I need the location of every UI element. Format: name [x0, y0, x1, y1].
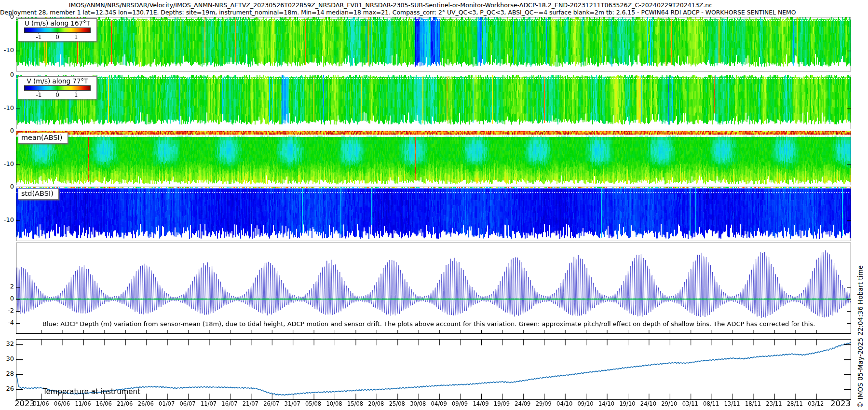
panel-std-absi: std(ABSI) — [16, 187, 851, 241]
title-line-2: Deployment 28, member 1 lat=12.34S lon=1… — [0, 9, 772, 16]
ytick-temperature: 28 — [0, 370, 14, 377]
xtick-date-label: 14/10 — [596, 400, 617, 407]
ytick-std_absi: -10 — [0, 216, 14, 223]
year-label-right: 2023 — [830, 399, 851, 408]
ytick-temperature: 30 — [0, 355, 14, 362]
xtick-date-label: 01/07 — [156, 400, 177, 407]
xtick-date-label: 19/09 — [491, 400, 512, 407]
xtick-date-label: 04/09 — [428, 400, 449, 407]
panel-mean-absi: mean(ABSI) — [16, 131, 851, 185]
xtick-date-label: 05/08 — [303, 400, 324, 407]
watermark: © IMOS 05-May-2025 22:04:36 Hobart time — [856, 265, 864, 408]
xtick-date-label: 11/06 — [72, 400, 94, 407]
year-label-left: 2023 — [14, 399, 35, 408]
v-velocity-heatmap-canvas — [16, 75, 851, 129]
xtick-date-label: 21/07 — [240, 400, 261, 407]
figure-root: IMOS/ANMN/NRS/NRSDAR/Velocity/IMOS_ANMN-… — [0, 0, 868, 410]
temperature-label: Temperature at instrument — [43, 387, 140, 396]
panel-temperature: Temperature at instrument — [16, 339, 851, 400]
v-colorbar-ticks: -101 — [24, 91, 91, 98]
v-colorbar — [24, 85, 91, 91]
v-colorbar-tick: 0 — [55, 91, 59, 98]
xtick-date-label: 18/11 — [743, 400, 764, 407]
xtick-date-label: 29/09 — [533, 400, 554, 407]
u-colorbar-ticks: -101 — [24, 33, 91, 40]
title-line-1: IMOS/ANMN/NRS/NRSDAR/Velocity/IMOS_ANMN-… — [0, 1, 781, 9]
xtick-date-label: 06/07 — [177, 400, 198, 407]
xtick-date-label: 03/11 — [679, 400, 701, 407]
depth-caption: Blue: ADCP Depth (m) variation from sens… — [42, 320, 843, 328]
ytick-temperature: 32 — [0, 340, 14, 347]
temperature-canvas — [16, 340, 851, 399]
xtick-date-label: 25/08 — [386, 400, 407, 407]
ytick-depth: -2 — [0, 307, 14, 314]
xtick-date-label: 23/11 — [763, 400, 785, 407]
v-legend-title: V (m/s) along 77°T — [18, 77, 96, 85]
xtick-date-label: 29/10 — [659, 400, 680, 407]
xtick-date-label: 31/07 — [282, 400, 303, 407]
ytick-mean_absi: 0 — [0, 127, 14, 134]
depth-variation-canvas — [16, 243, 851, 333]
panel-v-velocity: V (m/s) along 77°T -101 — [16, 75, 851, 129]
u-velocity-heatmap-canvas — [16, 17, 851, 71]
ytick-depth: 0 — [0, 295, 14, 302]
ytick-std_absi: 0 — [0, 183, 14, 190]
ytick-mean_absi: -10 — [0, 160, 14, 167]
xtick-date-label: 26/06 — [135, 400, 156, 407]
mean-absi-label: mean(ABSI) — [18, 133, 68, 144]
v-colorbar-tick: 1 — [74, 91, 78, 98]
xtick-date-label: 15/08 — [344, 400, 366, 407]
xtick-date-label: 30/08 — [407, 400, 429, 407]
xtick-date-label: 24/10 — [637, 400, 659, 407]
xtick-date-label: 21/06 — [114, 400, 136, 407]
std-absi-heatmap-canvas — [16, 187, 851, 241]
ytick-temperature: 26 — [0, 385, 14, 392]
xtick-date-label: 14/09 — [470, 400, 491, 407]
u-colorbar-tick: -1 — [36, 33, 41, 40]
v-colorbar-tick: -1 — [36, 91, 41, 98]
xtick-date-label: 16/07 — [219, 400, 240, 407]
xtick-date-label: 13/11 — [721, 400, 743, 407]
v-colorbar-legend: V (m/s) along 77°T -101 — [18, 76, 97, 99]
ytick-v: -10 — [0, 104, 14, 111]
u-legend-title: U (m/s) along 167°T — [18, 19, 96, 27]
ytick-depth: -4 — [0, 319, 14, 326]
xtick-date-label: 28/11 — [784, 400, 805, 407]
xtick-date-label: 11/07 — [198, 400, 219, 407]
std-absi-label: std(ABSI) — [18, 189, 59, 200]
u-colorbar — [24, 27, 91, 33]
xtick-date-label: 06/06 — [52, 400, 73, 407]
xtick-date-label: 26/07 — [261, 400, 282, 407]
xtick-date-label: 09/09 — [449, 400, 471, 407]
xtick-date-label: 10/08 — [324, 400, 345, 407]
ytick-u: -10 — [0, 46, 14, 54]
xtick-date-label: 04/10 — [554, 400, 575, 407]
u-colorbar-tick: 1 — [74, 33, 78, 40]
u-colorbar-legend: U (m/s) along 167°T -101 — [18, 18, 97, 41]
xtick-date-label: 20/08 — [366, 400, 387, 407]
xtick-date-label: 24/09 — [512, 400, 533, 407]
u-colorbar-tick: 0 — [55, 33, 59, 40]
ytick-depth: 2 — [0, 283, 14, 290]
xtick-date-label: 16/06 — [93, 400, 114, 407]
mean-absi-heatmap-canvas — [16, 131, 851, 185]
ytick-v: 0 — [0, 71, 14, 78]
panel-u-velocity: U (m/s) along 167°T -101 — [16, 17, 851, 71]
xtick-date-label: 08/11 — [701, 400, 722, 407]
xtick-date-label: 19/10 — [617, 400, 638, 407]
xtick-date-label: 09/10 — [575, 400, 596, 407]
ytick-u: 0 — [0, 13, 14, 20]
xtick-date-label: 03/12 — [805, 400, 827, 407]
